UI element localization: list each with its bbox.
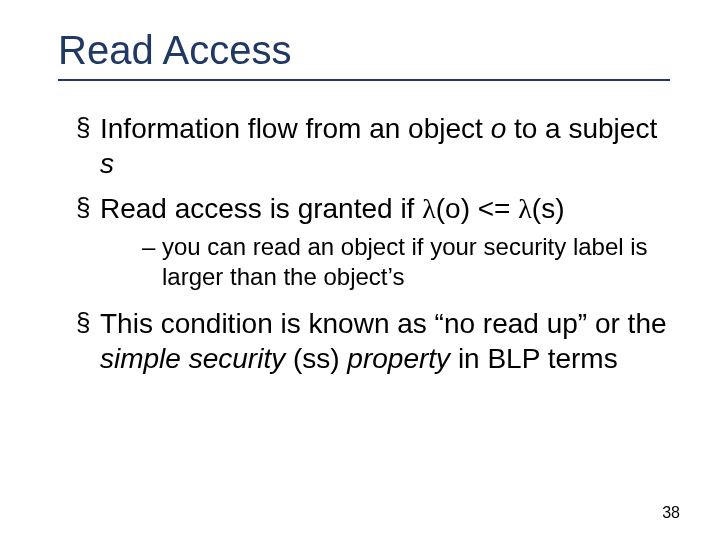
sub-bullet-1-text: you can read an object if your security …: [162, 233, 648, 290]
sub-bullet-list: you can read an object if your security …: [100, 232, 670, 292]
slide-title: Read Access: [58, 28, 670, 73]
bullet-3-italic-2: property: [340, 343, 458, 374]
page-number: 38: [662, 504, 680, 522]
bullet-1-var-o: o: [491, 113, 507, 144]
title-underline: [58, 79, 670, 81]
bullet-3-italic-1: simple security: [100, 343, 293, 374]
bullet-2-text-a: Read access is granted if: [100, 193, 422, 224]
slide: Read Access Information flow from an obj…: [0, 0, 720, 540]
bullet-list: Information flow from an object o to a s…: [58, 111, 670, 376]
bullet-1-text-a: Information flow from an object: [100, 113, 491, 144]
bullet-2: Read access is granted if λ(o) <= λ(s) y…: [76, 191, 670, 292]
bullet-2-mid2: (s): [532, 193, 565, 224]
bullet-1-text-b: to a subject: [506, 113, 657, 144]
bullet-2-mid1: (o) <=: [436, 193, 518, 224]
bullet-1-var-s: s: [100, 148, 114, 179]
bullet-3-text-b: (ss): [293, 343, 340, 374]
lambda-icon: λ: [518, 193, 532, 224]
bullet-3-text-a: This condition is known as “no read up” …: [100, 308, 667, 339]
bullet-3: This condition is known as “no read up” …: [76, 306, 670, 376]
bullet-3-text-c: in BLP terms: [458, 343, 618, 374]
sub-bullet-1: you can read an object if your security …: [142, 232, 670, 292]
lambda-icon: λ: [422, 193, 436, 224]
bullet-1: Information flow from an object o to a s…: [76, 111, 670, 181]
